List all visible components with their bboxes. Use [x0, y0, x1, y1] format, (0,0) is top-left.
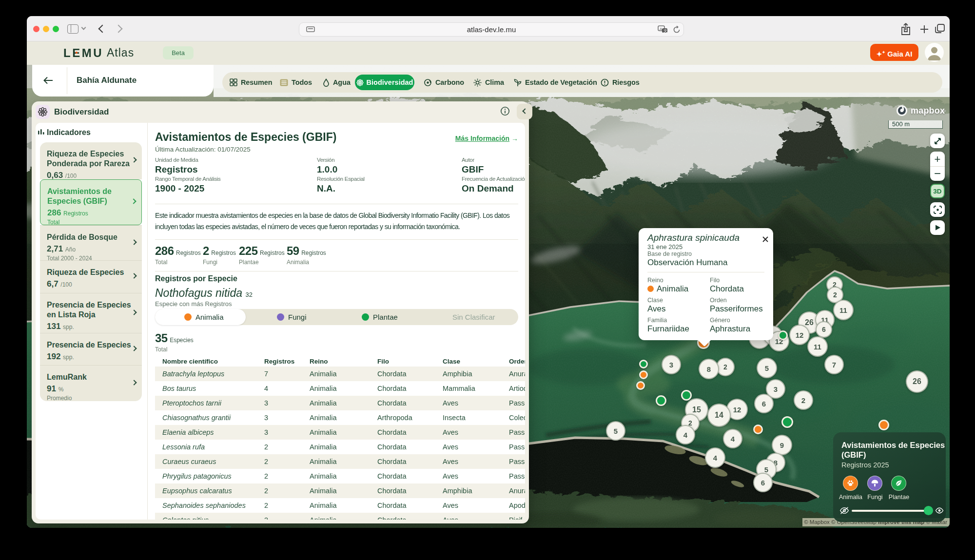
svg-text:文: 文 [663, 29, 667, 33]
